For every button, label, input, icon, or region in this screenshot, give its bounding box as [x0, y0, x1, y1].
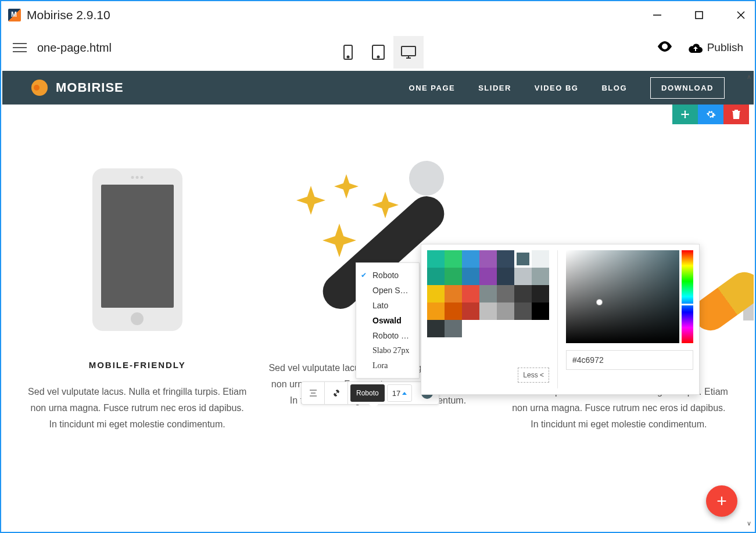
hamburger-menu-button[interactable] [13, 43, 27, 52]
saturation-field[interactable] [566, 250, 679, 343]
font-selector-label: Roboto [356, 389, 379, 397]
color-swatch[interactable] [427, 285, 445, 302]
nav-link-blog[interactable]: BLOG [601, 84, 627, 92]
color-swatch[interactable] [445, 302, 462, 320]
block-move-button[interactable] [672, 105, 698, 124]
nav-link-onepage[interactable]: ONE PAGE [409, 84, 456, 92]
device-mobile-button[interactable] [333, 36, 363, 69]
swatch-palette: Less < [427, 250, 549, 388]
current-file-label[interactable]: one-page.html [37, 41, 112, 55]
window-title: Mobirise 2.9.10 [27, 8, 110, 22]
add-block-fab[interactable]: + [706, 485, 737, 517]
titlebar: Mobirise 2.9.10 [1, 1, 755, 29]
publish-button[interactable]: Publish [689, 41, 743, 54]
color-swatch[interactable] [497, 302, 514, 320]
canvas: ∧ ∨ MOBIRISE ONE PAGE SLIDER VIDEO BG BL… [2, 71, 754, 531]
font-option-lora[interactable]: Lora [356, 358, 419, 373]
color-swatch[interactable] [532, 250, 549, 268]
align-button[interactable] [302, 382, 325, 404]
color-swatch[interactable] [514, 250, 532, 268]
color-picker-panel: Less < [421, 244, 700, 395]
color-swatch[interactable] [427, 302, 445, 320]
block-toolbar [672, 105, 749, 124]
text-format-toolbar: Roboto 17 [301, 381, 439, 405]
color-swatch[interactable] [514, 268, 532, 285]
nav-link-videobg[interactable]: VIDEO BG [535, 84, 579, 92]
color-swatch[interactable] [532, 268, 549, 285]
less-button[interactable]: Less < [518, 368, 549, 383]
scroll-down-icon[interactable]: ∨ [747, 520, 751, 527]
svg-rect-1 [696, 12, 703, 19]
nav-download-button[interactable]: DOWNLOAD [650, 77, 725, 99]
divider [557, 250, 558, 388]
brand-text: MOBIRISE [56, 80, 124, 95]
font-size-label: 17 [392, 389, 400, 398]
svg-rect-8 [402, 46, 415, 56]
hue-slider[interactable] [682, 250, 693, 343]
font-option-oswald[interactable]: Oswald [356, 313, 419, 328]
block-delete-button[interactable] [723, 105, 749, 124]
block-settings-button[interactable] [698, 105, 723, 124]
feature-text-1[interactable]: Sed vel vulputate lacus. Nulla et fringi… [26, 384, 249, 433]
color-swatch[interactable] [462, 285, 479, 302]
svg-point-7 [377, 56, 379, 58]
minimize-button[interactable] [650, 8, 664, 22]
hex-input[interactable] [566, 350, 693, 370]
close-button[interactable] [734, 8, 748, 22]
chevron-up-icon [402, 392, 407, 395]
phone-illustration [26, 163, 249, 337]
app-toolbar: one-page.html Publish [1, 29, 755, 66]
font-selector[interactable]: Roboto [350, 384, 385, 402]
color-swatch[interactable] [479, 250, 497, 268]
color-swatch[interactable] [462, 268, 479, 285]
device-desktop-button[interactable] [393, 36, 424, 69]
link-button[interactable] [325, 382, 348, 404]
color-swatch[interactable] [445, 285, 462, 302]
svg-point-5 [347, 56, 349, 58]
color-swatch[interactable] [514, 302, 532, 320]
color-swatch[interactable] [514, 285, 532, 302]
color-swatch[interactable] [445, 250, 462, 268]
color-swatch[interactable] [427, 320, 445, 337]
custom-color-area [566, 250, 693, 388]
color-swatch[interactable] [497, 285, 514, 302]
color-swatch[interactable] [479, 285, 497, 302]
color-swatch[interactable] [462, 250, 479, 268]
publish-label: Publish [707, 41, 743, 54]
font-option-slabo[interactable]: Slabo 27px [356, 343, 419, 358]
font-option-robotocondensed[interactable]: Roboto C… [356, 328, 419, 343]
color-swatch[interactable] [532, 285, 549, 302]
color-swatch[interactable] [479, 302, 497, 320]
hue-cursor[interactable] [680, 304, 694, 305]
color-swatch[interactable] [462, 302, 479, 320]
saturation-cursor[interactable] [596, 299, 603, 305]
color-swatch[interactable] [445, 268, 462, 285]
color-swatch[interactable] [427, 250, 445, 268]
color-swatch[interactable] [479, 268, 497, 285]
color-swatch[interactable] [497, 268, 514, 285]
font-option-roboto[interactable]: Roboto [356, 268, 419, 283]
color-swatch[interactable] [427, 268, 445, 285]
font-option-opensans[interactable]: Open Sa… [356, 283, 419, 298]
feature-title-1[interactable]: MOBILE-FRIENDLY [26, 360, 249, 370]
font-size-selector[interactable]: 17 [387, 384, 412, 402]
color-swatch[interactable] [445, 320, 462, 337]
feature-col-1: MOBILE-FRIENDLY Sed vel vulputate lacus.… [26, 163, 249, 433]
nav-link-slider[interactable]: SLIDER [478, 84, 511, 92]
app-icon [8, 9, 21, 21]
logo-icon [31, 80, 48, 96]
color-swatch[interactable] [532, 302, 549, 320]
color-swatch[interactable] [497, 250, 514, 268]
font-dropdown: Roboto Open Sa… Lato Oswald Roboto C… Sl… [356, 262, 420, 379]
maximize-button[interactable] [692, 8, 706, 22]
site-navbar: MOBIRISE ONE PAGE SLIDER VIDEO BG BLOG D… [2, 71, 754, 105]
scroll-up-icon[interactable]: ∧ [747, 73, 751, 81]
site-logo[interactable]: MOBIRISE [31, 80, 124, 96]
preview-button[interactable] [657, 41, 672, 54]
font-option-lato[interactable]: Lato [356, 298, 419, 313]
device-tablet-button[interactable] [363, 36, 393, 69]
